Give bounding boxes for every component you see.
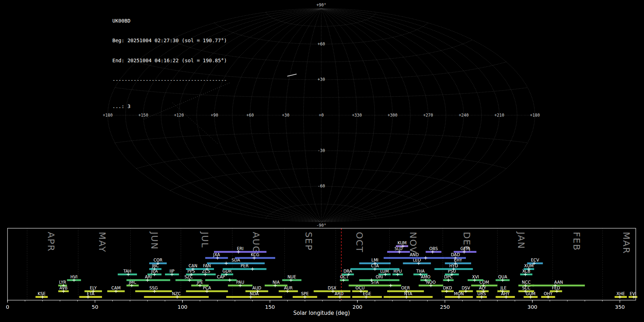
shower-label: TAH (123, 269, 132, 274)
sky-lon-label: +330 (352, 113, 362, 118)
shower-label: ECV (531, 258, 539, 263)
shower-bar (207, 263, 264, 264)
shower-label: COR (153, 258, 162, 263)
shower-label: LYR (59, 280, 66, 285)
shower-label: JXA (213, 252, 220, 257)
sky-grid-meridian (321, 9, 357, 222)
shower-label: GEM (460, 246, 470, 251)
session-info: UK00BD Beg: 20251004 02:27:30 (sol = 190… (112, 4, 227, 123)
month-label: SEP (303, 232, 314, 251)
month-label: OCT (354, 232, 365, 253)
month-label: JUL (200, 231, 210, 248)
shower-bar (359, 279, 399, 281)
shower-bar (384, 257, 445, 259)
axis-tick-label: 100 (177, 304, 187, 310)
shower-label: NZC (172, 291, 181, 296)
shower-label: DSV (462, 286, 470, 291)
sky-lat-label: -30 (318, 148, 325, 153)
month-label: FEB (571, 232, 582, 251)
shower-bar (384, 296, 433, 298)
shower-label: QUA (498, 274, 507, 279)
axis-tick-label: 300 (527, 304, 537, 310)
session-beg: Beg: 20251004 02:27:30 (sol = 190.77°) (112, 37, 227, 44)
shower-label: DSX (328, 286, 336, 291)
shower-label: KSE (38, 291, 45, 296)
month-label: JUN (149, 231, 160, 250)
shower-label: LMI (371, 258, 379, 263)
shower-bar (445, 263, 471, 264)
month-label: APR (46, 232, 56, 252)
station-id: UK00BD (112, 18, 227, 24)
axis-tick-label: 0 (6, 304, 9, 310)
shower-label: XHE (616, 291, 625, 296)
axis-tick-label: 250 (440, 304, 450, 310)
shower-label: EVI (630, 291, 636, 296)
shower-label: DAD (451, 252, 460, 257)
sky-lon-label: +180 (103, 113, 113, 118)
shower-bar (226, 296, 282, 298)
shower-bar (532, 285, 585, 287)
shower-bar (205, 279, 237, 281)
shower-bar (79, 296, 102, 298)
shower-label: CAN (189, 263, 197, 268)
axis-tick-label: 150 (265, 304, 275, 310)
sky-grid-parallel (215, 23, 428, 44)
meteor-trail (287, 74, 297, 76)
sky-grid-meridian (268, 9, 321, 222)
sky-grid-meridian (321, 9, 375, 222)
shower-label: ERI (237, 246, 244, 251)
shower-label: AAN (554, 280, 563, 285)
sky-lat-label: -90° (316, 223, 326, 228)
shower-bar (214, 251, 267, 253)
sky-lon-label: +0 (319, 113, 324, 118)
sky-lat-label: +60 (318, 42, 325, 47)
shower-bar (223, 268, 266, 270)
shower-label: CAM (111, 286, 121, 291)
separator-line: -------------------------------------- (112, 77, 227, 83)
shower-label: OBS (429, 246, 438, 251)
sky-lon-label: +30 (282, 113, 289, 118)
sky-lon-label: +270 (423, 113, 433, 118)
shower-label: SPE (301, 291, 309, 296)
sky-lat-label: +30 (318, 77, 325, 82)
shower-label: NIA (273, 280, 280, 285)
sky-grid-meridian (321, 9, 517, 222)
sky-lat-label: -60 (318, 184, 325, 189)
sky-lon-label: +240 (459, 113, 469, 118)
shower-label: NCC (522, 280, 531, 285)
plot-svg: +180+150+120+90+60+30+0+330+300+270+240+… (0, 0, 644, 322)
shower-label: THA (416, 269, 425, 274)
shower-label: XVI (472, 274, 479, 279)
shower-label: HVI (70, 274, 78, 279)
shower-label: OER (401, 286, 410, 291)
figure-canvas: +180+150+120+90+60+30+0+330+300+270+240+… (0, 0, 644, 322)
shower-label: AUD (252, 286, 261, 291)
activity-chart: APRMAYJUNJULAUGSEPOCTNOVDECJANFEBMARKSEE… (6, 228, 637, 310)
session-end: End: 20251004 04:16:22 (sol = 190.85°) (112, 57, 227, 64)
axis-tick-label: 350 (615, 304, 625, 310)
sky-grid-meridian (321, 9, 499, 222)
shower-label: AND (410, 252, 419, 257)
sky-grid-meridian (321, 9, 428, 222)
shower-label: DKD (443, 286, 452, 291)
shower-label: NUE (287, 274, 296, 279)
month-label: AUG (251, 232, 261, 254)
sky-lon-label: +60 (247, 113, 254, 118)
sky-lat-label: +90° (316, 3, 326, 8)
shower-label: KCG (251, 252, 259, 257)
shower-label: ELY (90, 286, 97, 291)
sky-lon-label: +210 (494, 113, 504, 118)
x-axis-title: Solar longitude (deg) (8, 310, 636, 316)
meteor-count: ...: 3 (112, 103, 227, 109)
sky-lon-label: +300 (387, 113, 397, 118)
month-label: JAN (516, 231, 526, 249)
shower-label: PAU (236, 280, 244, 285)
shower-bar (349, 285, 401, 287)
shower-label: SSG (150, 286, 158, 291)
month-label: MAY (97, 232, 107, 253)
axis-tick-label: 200 (352, 304, 362, 310)
axis-tick-label: 50 (92, 304, 98, 310)
shower-label: IIP (170, 269, 175, 274)
sky-lon-label: +180 (530, 113, 540, 118)
month-label: NOV (408, 232, 418, 254)
